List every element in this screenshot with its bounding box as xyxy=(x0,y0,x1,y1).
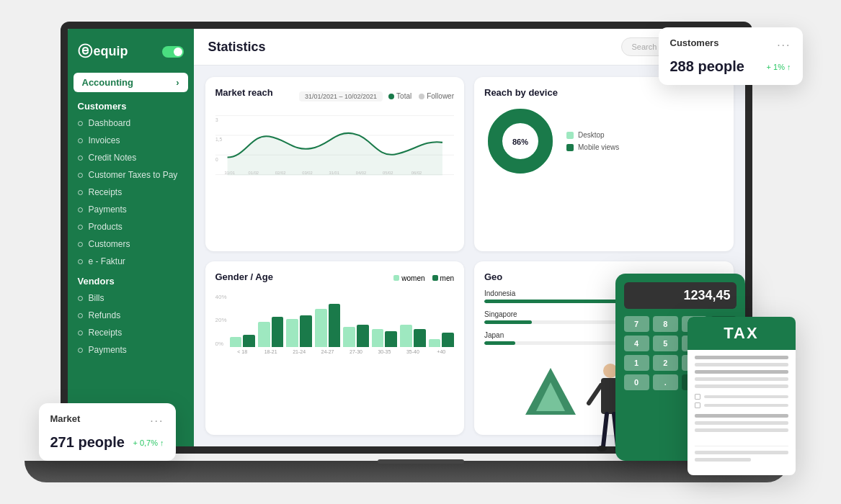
sidebar-item-credit-notes[interactable]: Credit Notes xyxy=(68,149,194,166)
legend-total-label: Total xyxy=(396,92,411,100)
tax-checkbox xyxy=(695,402,700,408)
sidebar-item-efaktur[interactable]: e - Faktur xyxy=(68,253,194,270)
svg-line-22 xyxy=(603,414,607,446)
bar-group-2124 xyxy=(286,315,311,347)
tax-line xyxy=(695,377,788,381)
y-label: 20% xyxy=(215,317,227,323)
sidebar-item-label: Customers xyxy=(89,239,130,249)
svg-text:86%: 86% xyxy=(512,138,528,146)
donut-chart: 86% xyxy=(484,105,556,177)
bar-women xyxy=(429,339,441,347)
page-title: Statistics xyxy=(208,40,266,55)
x-label: 30-35 xyxy=(372,349,397,354)
green-triangle-decoration xyxy=(522,364,579,425)
x-label: 27-30 xyxy=(343,349,368,354)
accounting-tab[interactable]: Accounting › xyxy=(74,73,188,92)
bar-women xyxy=(315,309,327,347)
market-reach-title: Market reach xyxy=(215,87,273,98)
svg-text:05/02: 05/02 xyxy=(383,171,393,175)
legend-follower: Follower xyxy=(419,92,454,100)
bar-women xyxy=(258,322,270,347)
sidebar-item-vendor-payments[interactable]: Payments xyxy=(68,341,194,359)
bar-group-2427 xyxy=(315,304,340,347)
calc-btn-7: 7 xyxy=(624,316,649,332)
tax-clipboard: TAX xyxy=(688,317,796,475)
bar-groups xyxy=(230,294,454,347)
signature-area xyxy=(695,446,788,462)
line-chart: 3 1,5 0 31/01 01/02 02/02 03/02 xyxy=(215,109,455,181)
vendors-section-label: Vendors xyxy=(68,270,194,289)
tax-checkbox-line xyxy=(704,404,788,407)
calc-btn-0: 0 xyxy=(624,374,649,390)
sidebar-item-label: Refunds xyxy=(89,310,121,320)
men-color xyxy=(432,275,438,281)
calc-btn-dot: . xyxy=(653,374,678,390)
geo-country: Indonesia xyxy=(484,289,515,297)
sidebar-item-bills[interactable]: Bills xyxy=(68,289,194,307)
bar-chart-wrapper: 40% 20% 0% xyxy=(215,294,455,354)
total-dot xyxy=(388,94,394,99)
calc-btn-2: 2 xyxy=(653,355,678,371)
sidebar-item-label: Dashboard xyxy=(89,118,131,128)
sidebar-item-customers[interactable]: Customers xyxy=(68,235,194,253)
sidebar-item-payments[interactable]: Payments xyxy=(68,201,194,218)
floating-market-header: Market ··· xyxy=(50,413,164,428)
sidebar-item-products[interactable]: Products xyxy=(68,218,194,235)
desktop-legend: Desktop xyxy=(566,131,619,139)
sidebar-item-customer-taxes[interactable]: Customer Taxes to Pay xyxy=(68,166,194,184)
bar-men xyxy=(329,304,341,347)
dot-icon xyxy=(78,259,83,264)
bar-women xyxy=(230,337,242,347)
bar-men xyxy=(243,335,255,347)
gender-legend: women men xyxy=(393,274,454,282)
sidebar-item-label: Receipts xyxy=(89,187,123,197)
bar-women xyxy=(286,319,298,347)
sidebar-logo: ⓔ equip xyxy=(68,29,194,70)
sidebar-item-refunds[interactable]: Refunds xyxy=(68,307,194,324)
x-label: 21-24 xyxy=(286,349,311,354)
geo-country: Japan xyxy=(484,331,504,339)
market-card-menu[interactable]: ··· xyxy=(150,415,164,428)
app-logo: ⓔ equip xyxy=(78,42,128,61)
sidebar-item-receipts[interactable]: Receipts xyxy=(68,184,194,201)
dot-icon xyxy=(78,173,83,178)
customers-card-bottom: 288 people + 1% ↑ xyxy=(670,58,791,75)
sidebar: ⓔ equip Accounting › Customers Dashboard… xyxy=(68,29,194,446)
bar-men xyxy=(300,315,312,347)
dot-icon xyxy=(78,207,83,212)
sidebar-item-vendor-receipts[interactable]: Receipts xyxy=(68,324,194,341)
tax-line xyxy=(695,451,788,454)
sidebar-toggle[interactable] xyxy=(162,46,184,58)
sidebar-item-dashboard[interactable]: Dashboard xyxy=(68,114,194,132)
line-chart-svg: 3 1,5 0 31/01 01/02 02/02 03/02 xyxy=(215,109,455,181)
legend-total: Total xyxy=(388,92,411,100)
mobile-color xyxy=(566,144,574,151)
geo-bar-fill xyxy=(484,320,532,324)
search-placeholder: Search xyxy=(632,42,657,51)
women-label: women xyxy=(401,274,424,282)
customers-card-menu[interactable]: ··· xyxy=(777,39,791,52)
y-label: 0% xyxy=(215,341,227,347)
customers-change: + 1% ↑ xyxy=(767,63,791,71)
sidebar-item-invoices[interactable]: Invoices xyxy=(68,132,194,149)
sidebar-item-label: Payments xyxy=(89,204,127,215)
dot-icon xyxy=(78,190,83,195)
geo-country: Singapore xyxy=(484,310,517,318)
y-axis: 40% 20% 0% xyxy=(215,294,227,347)
tax-checkbox-row xyxy=(695,402,788,408)
desktop-label: Desktop xyxy=(578,131,605,139)
dot-icon xyxy=(78,330,83,336)
calc-btn-4: 4 xyxy=(624,336,649,351)
svg-text:02/02: 02/02 xyxy=(275,171,285,175)
dot-icon xyxy=(78,242,83,247)
bar-group-2730 xyxy=(343,325,368,347)
follower-dot xyxy=(419,94,424,99)
men-label: men xyxy=(440,274,454,282)
calc-btn-8: 8 xyxy=(653,316,678,332)
mobile-legend: Mobile views xyxy=(566,143,619,151)
laptop-container: ⓔ equip Accounting › Customers Dashboard… xyxy=(25,7,817,497)
sidebar-item-label: Customer Taxes to Pay xyxy=(89,170,178,180)
date-range: 31/01/2021 – 10/02/2021 xyxy=(299,91,383,102)
svg-text:3: 3 xyxy=(215,117,218,122)
bar-women xyxy=(372,329,384,347)
